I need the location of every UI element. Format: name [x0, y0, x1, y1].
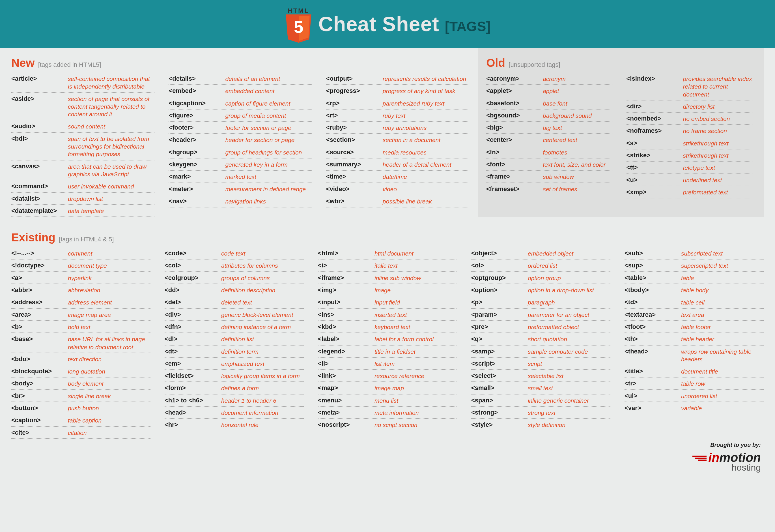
tag-name: <kbd>: [318, 323, 372, 331]
tag-desc: logically group items in a form: [221, 372, 304, 380]
brand-in: in: [708, 451, 719, 464]
new-col: <output>represents results of calculatio…: [326, 75, 469, 217]
tag-entry: <address>address element: [11, 296, 150, 309]
tag-entry: <audio>sound content: [11, 120, 154, 132]
tag-desc: possible line break: [383, 197, 469, 205]
tag-desc: header for section or page: [225, 136, 312, 144]
tag-entry: <!doctype>document type: [11, 259, 150, 272]
tag-desc: measurement in defined range: [225, 185, 312, 193]
tag-entry: <button>push button: [11, 402, 150, 414]
tag-entry: <summary>header of a detail element: [326, 158, 469, 171]
tag-desc: option group: [528, 274, 610, 282]
tag-desc: script: [528, 360, 610, 368]
tag-name: <figure>: [169, 112, 222, 119]
tag-name: <pre>: [471, 323, 525, 331]
tag-entry: <head>document information: [165, 407, 304, 419]
tag-name: <noembed>: [627, 115, 680, 122]
tag-desc: table header: [681, 335, 764, 343]
tag-entry: <mark>marked text: [169, 171, 312, 183]
old-cols: <acronym>acronym<applet>applet<basefont>…: [486, 75, 752, 198]
tag-entry: <ins>inserted text: [318, 309, 457, 321]
tag-entry: <strong>strong text: [471, 407, 610, 419]
tag-desc: preformatted object: [528, 323, 610, 331]
tag-desc: document type: [68, 262, 150, 270]
tag-name: <applet>: [486, 87, 540, 94]
tag-name: <wbr>: [326, 197, 380, 205]
tag-name: <section>: [326, 136, 380, 143]
tag-entry: <p>paragraph: [471, 296, 610, 309]
tag-desc: inline sub window: [374, 274, 457, 282]
tag-entry: <noscript>no script section: [318, 419, 457, 431]
tag-entry: <output>represents results of calculatio…: [326, 75, 469, 85]
tag-desc: self-contained composition that is indep…: [68, 75, 154, 90]
tag-entry: <thead>wraps row containing table header…: [625, 346, 764, 366]
tag-name: <form>: [165, 384, 218, 392]
tag-desc: section of page that consists of content…: [68, 95, 154, 118]
tag-desc: definition term: [221, 348, 304, 356]
tag-entry: <object>embedded object: [471, 249, 610, 259]
tag-desc: address element: [68, 299, 150, 306]
tag-desc: teletype text: [683, 164, 752, 171]
tag-desc: menu list: [374, 397, 457, 404]
tag-desc: generic block-level element: [221, 311, 304, 319]
tag-name: <dfn>: [165, 323, 218, 331]
tag-name: <param>: [471, 311, 525, 318]
tag-desc: table cell: [681, 299, 764, 306]
tag-name: <li>: [318, 360, 372, 367]
tag-entry: <command>user invokable command: [11, 180, 154, 192]
tag-name: <datatemplate>: [11, 207, 65, 214]
tag-entry: <dd>definition description: [165, 284, 304, 296]
tag-entry: <br>single line break: [11, 390, 150, 402]
tag-entry: <noembed>no embed section: [627, 113, 752, 125]
tag-desc: acronym: [543, 75, 612, 83]
tag-name: <u>: [627, 176, 680, 184]
tag-entry: <del>deleted text: [165, 296, 304, 309]
tag-desc: ruby annotations: [383, 124, 469, 132]
tag-desc: document title: [681, 368, 764, 375]
section-existing-sub: [tags in HTML4 & 5]: [59, 236, 114, 243]
tag-name: <body>: [11, 380, 65, 387]
tag-entry: <progress>progress of any kind of task: [326, 85, 469, 97]
new-col: <details>details of an element<embed>emb…: [169, 75, 312, 217]
tag-desc: long quotation: [68, 368, 150, 375]
existing-col: <html>html document<i>italic text<iframe…: [318, 249, 457, 439]
tag-desc: abbreviation: [68, 287, 150, 294]
new-col: <article>self-contained composition that…: [11, 75, 154, 217]
tag-name: <br>: [11, 392, 65, 400]
tag-name: <source>: [326, 148, 380, 156]
tag-desc: parameter for an object: [528, 311, 610, 319]
tag-name: <cite>: [11, 429, 65, 436]
tag-desc: ordered list: [528, 262, 610, 270]
tag-desc: definition list: [221, 335, 304, 343]
tag-desc: wraps row containing table headers: [681, 348, 764, 363]
tag-desc: strikethrough text: [683, 139, 752, 147]
tag-entry: <font>text font, size, and color: [486, 158, 612, 171]
tag-desc: sound content: [68, 122, 154, 130]
speed-lines-icon: [692, 456, 707, 462]
tag-name: <del>: [165, 299, 218, 306]
tag-desc: table: [681, 274, 764, 282]
tag-entry: <base>base URL for all links in page rel…: [11, 333, 150, 353]
tag-name: <legend>: [318, 348, 372, 355]
tag-name: <hgroup>: [169, 148, 222, 156]
tag-name: <article>: [11, 75, 65, 82]
tag-name: <dd>: [165, 287, 218, 294]
tag-name: <link>: [318, 372, 372, 380]
tag-entry: <textarea>text area: [625, 309, 764, 321]
tags-badge: [TAGS]: [445, 19, 491, 34]
section-new-sub: [tags added in HTML5]: [38, 61, 101, 68]
tag-name: <meter>: [169, 185, 222, 193]
tag-name: <sub>: [625, 249, 678, 257]
tag-entry: <form>defines a form: [165, 382, 304, 394]
tag-desc: document information: [221, 409, 304, 417]
tag-name: <code>: [165, 249, 218, 257]
tag-entry: <body>body element: [11, 378, 150, 390]
tag-entry: <strike>strikethrough text: [627, 149, 752, 161]
tag-name: <textarea>: [625, 311, 678, 318]
tag-name: <button>: [11, 404, 65, 412]
tag-desc: label for a form control: [374, 335, 457, 343]
tag-entry: <fn>footnotes: [486, 146, 612, 158]
tag-entry: <basefont>base font: [486, 97, 612, 109]
section-old-title: Old: [486, 57, 505, 69]
tag-desc: table row: [681, 380, 764, 387]
